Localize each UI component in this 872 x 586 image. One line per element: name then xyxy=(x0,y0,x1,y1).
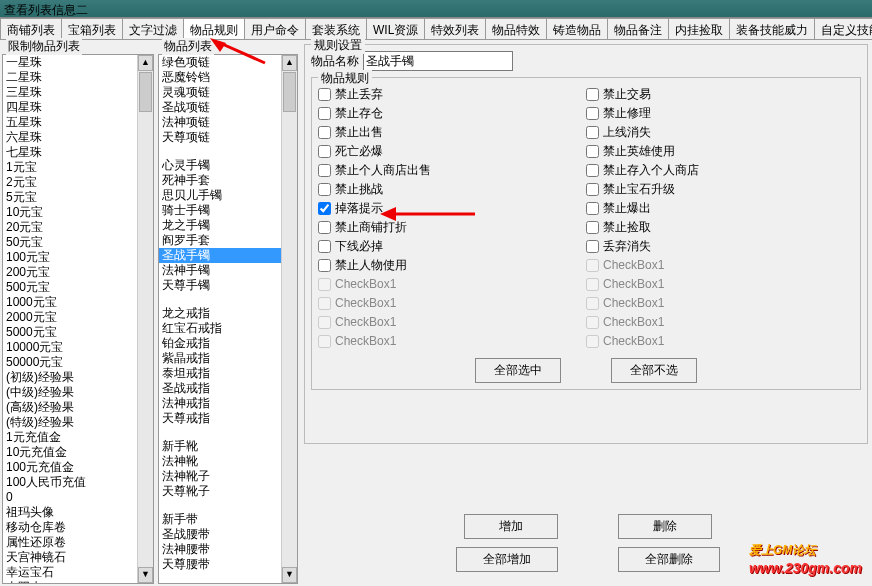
tab-7[interactable]: 特效列表 xyxy=(424,18,486,39)
list-item[interactable]: 天尊戒指 xyxy=(159,411,281,426)
list-item[interactable]: (中级)经验果 xyxy=(3,385,137,400)
list-item[interactable]: 移动仓库卷 xyxy=(3,520,137,535)
rule-checkbox[interactable]: 禁止存仓 xyxy=(318,105,586,121)
list-item[interactable]: 新手靴 xyxy=(159,439,281,454)
list-item[interactable]: 5元宝 xyxy=(3,190,137,205)
add-all-button[interactable]: 全部增加 xyxy=(456,547,558,572)
list-item[interactable]: 天尊手镯 xyxy=(159,278,281,293)
delete-all-button[interactable]: 全部删除 xyxy=(618,547,720,572)
select-none-button[interactable]: 全部不选 xyxy=(611,358,697,383)
rule-checkbox[interactable]: 禁止丢弃 xyxy=(318,86,586,102)
add-button[interactable]: 增加 xyxy=(464,514,558,539)
rule-checkbox[interactable]: 死亡必爆 xyxy=(318,143,586,159)
list-item[interactable]: 阎罗手套 xyxy=(159,233,281,248)
list-item[interactable]: 天宫神镜石 xyxy=(3,550,137,565)
list-item[interactable]: 圣战项链 xyxy=(159,100,281,115)
list-item[interactable]: 太阳水 xyxy=(3,580,137,583)
list-item[interactable]: 圣战腰带 xyxy=(159,527,281,542)
item-list[interactable]: 绿色项链恶魔铃铛灵魂项链圣战项链法神项链天尊项链心灵手镯死神手套思贝儿手镯骑士手… xyxy=(159,55,281,583)
list-item[interactable]: 幸运宝石 xyxy=(3,565,137,580)
list-item[interactable]: 六星珠 xyxy=(3,130,137,145)
list-item[interactable]: 新手带 xyxy=(159,512,281,527)
list-item[interactable]: 天尊腰带 xyxy=(159,557,281,572)
list-item[interactable]: 三星珠 xyxy=(3,85,137,100)
list-item[interactable]: 天尊靴子 xyxy=(159,484,281,499)
checkbox-input[interactable] xyxy=(586,164,599,177)
checkbox-input[interactable] xyxy=(586,126,599,139)
list-item[interactable]: 100元充值金 xyxy=(3,460,137,475)
list-item[interactable]: 一星珠 xyxy=(3,55,137,70)
rule-checkbox[interactable]: 禁止交易 xyxy=(586,86,854,102)
checkbox-input[interactable] xyxy=(318,221,331,234)
list-item[interactable]: 100人民币充值 xyxy=(3,475,137,490)
scroll-up-icon[interactable]: ▲ xyxy=(138,55,153,71)
list-item[interactable]: 法神戒指 xyxy=(159,396,281,411)
delete-button[interactable]: 删除 xyxy=(618,514,712,539)
list-item[interactable]: 500元宝 xyxy=(3,280,137,295)
restricted-item-list[interactable]: 一星珠二星珠三星珠四星珠五星珠六星珠七星珠1元宝2元宝5元宝10元宝20元宝50… xyxy=(3,55,137,583)
scroll-up-icon[interactable]: ▲ xyxy=(282,55,297,71)
list-item[interactable]: 龙之戒指 xyxy=(159,306,281,321)
tab-2[interactable]: 文字过滤 xyxy=(122,18,184,39)
list-item[interactable]: 祖玛头像 xyxy=(3,505,137,520)
list-item[interactable]: 1元充值金 xyxy=(3,430,137,445)
list-item[interactable]: 法神靴子 xyxy=(159,469,281,484)
rule-checkbox[interactable]: 禁止修理 xyxy=(586,105,854,121)
list-item[interactable]: 0 xyxy=(3,490,137,505)
tab-3[interactable]: 物品规则 xyxy=(183,18,245,39)
list-item[interactable]: 龙之手镯 xyxy=(159,218,281,233)
list-item[interactable]: 骑士手镯 xyxy=(159,203,281,218)
list-item[interactable]: 心灵手镯 xyxy=(159,158,281,173)
list-item[interactable]: 泰坦戒指 xyxy=(159,366,281,381)
rule-checkbox[interactable]: 禁止存入个人商店 xyxy=(586,162,854,178)
list-item[interactable]: 20元宝 xyxy=(3,220,137,235)
list-item[interactable]: 1元宝 xyxy=(3,160,137,175)
rule-checkbox[interactable]: 禁止出售 xyxy=(318,124,586,140)
checkbox-input[interactable] xyxy=(318,240,331,253)
list-item[interactable]: 属性还原卷 xyxy=(3,535,137,550)
rule-checkbox[interactable]: 禁止宝石升级 xyxy=(586,181,854,197)
tab-6[interactable]: WIL资源 xyxy=(366,18,425,39)
rule-checkbox[interactable]: 下线必掉 xyxy=(318,238,586,254)
list-item[interactable]: (初级)经验果 xyxy=(3,370,137,385)
rule-checkbox[interactable]: 丢弃消失 xyxy=(586,238,854,254)
rule-checkbox[interactable]: 禁止挑战 xyxy=(318,181,586,197)
tab-11[interactable]: 内挂捡取 xyxy=(668,18,730,39)
scroll-thumb[interactable] xyxy=(139,72,152,112)
list-item[interactable]: 10000元宝 xyxy=(3,340,137,355)
list-item[interactable]: 法神项链 xyxy=(159,115,281,130)
tab-9[interactable]: 铸造物品 xyxy=(546,18,608,39)
list-item[interactable]: 50000元宝 xyxy=(3,355,137,370)
list-item[interactable]: 200元宝 xyxy=(3,265,137,280)
list-item[interactable]: 圣战手镯 xyxy=(159,248,281,263)
checkbox-input[interactable] xyxy=(318,107,331,120)
rule-checkbox[interactable]: 禁止英雄使用 xyxy=(586,143,854,159)
list-item[interactable]: 天尊项链 xyxy=(159,130,281,145)
list-item[interactable]: 法神腰带 xyxy=(159,542,281,557)
checkbox-input[interactable] xyxy=(318,88,331,101)
list-item[interactable]: 2000元宝 xyxy=(3,310,137,325)
item-name-input[interactable] xyxy=(363,51,513,71)
list-item[interactable]: 铂金戒指 xyxy=(159,336,281,351)
checkbox-input[interactable] xyxy=(318,126,331,139)
rule-checkbox[interactable]: 掉落提示 xyxy=(318,200,586,216)
checkbox-input[interactable] xyxy=(586,221,599,234)
list-item[interactable]: 100元宝 xyxy=(3,250,137,265)
tab-5[interactable]: 套装系统 xyxy=(305,18,367,39)
list-item[interactable]: 死神手套 xyxy=(159,173,281,188)
rule-checkbox[interactable]: 禁止个人商店出售 xyxy=(318,162,586,178)
list-item[interactable]: 5000元宝 xyxy=(3,325,137,340)
checkbox-input[interactable] xyxy=(586,183,599,196)
list-item[interactable]: 思贝儿手镯 xyxy=(159,188,281,203)
checkbox-input[interactable] xyxy=(318,164,331,177)
scrollbar[interactable]: ▲ ▼ xyxy=(137,55,153,583)
rule-checkbox[interactable]: 上线消失 xyxy=(586,124,854,140)
list-item[interactable]: 五星珠 xyxy=(3,115,137,130)
list-item[interactable]: 绿色项链 xyxy=(159,55,281,70)
tab-13[interactable]: 自定义技能 xyxy=(814,18,872,39)
list-item[interactable]: 四星珠 xyxy=(3,100,137,115)
tab-4[interactable]: 用户命令 xyxy=(244,18,306,39)
checkbox-input[interactable] xyxy=(318,145,331,158)
checkbox-input[interactable] xyxy=(318,183,331,196)
list-item[interactable]: 10元宝 xyxy=(3,205,137,220)
